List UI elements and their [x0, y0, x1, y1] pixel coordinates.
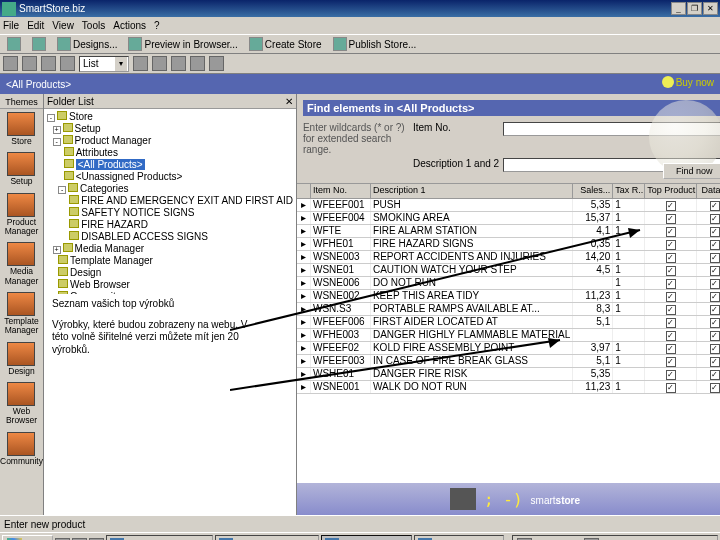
path-bar: <All Products> Buy now	[0, 74, 720, 94]
annotation-overlay: Seznam vašich top výrobků Výrobky, které…	[50, 294, 260, 376]
preview-button[interactable]: Preview in Browser...	[124, 36, 241, 52]
table-row[interactable]: ▸WFHE003DANGER HIGHLY FLAMMABLE MATERIAL…	[297, 329, 720, 342]
task-2[interactable]: Microsoft Power...	[215, 535, 319, 540]
sidebar-item-media-manager[interactable]: Media Manager	[0, 239, 43, 289]
tool-icon-8[interactable]	[190, 56, 205, 71]
menu-view[interactable]: View	[52, 20, 74, 31]
designs-button[interactable]: Designs...	[53, 36, 121, 52]
find-now-button[interactable]: Find now	[663, 163, 720, 179]
smile-text: ; -)	[484, 490, 523, 509]
table-row[interactable]: ▸WSNE003REPORT ACCIDENTS AND INJURIES14,…	[297, 251, 720, 264]
tool-icon-7[interactable]	[171, 56, 186, 71]
menu-file[interactable]: File	[3, 20, 19, 31]
find-label-itemno: Item No.	[413, 122, 503, 155]
sidebar-item-store[interactable]: Store	[0, 109, 43, 149]
toolbar-button-1[interactable]	[3, 36, 25, 52]
view-combo[interactable]: List	[79, 56, 129, 72]
maximize-button[interactable]: ❐	[687, 2, 702, 15]
statusbar: Enter new product	[0, 515, 720, 532]
sidebar-item-template-manager[interactable]: Template Manager	[0, 289, 43, 339]
tool-icon-9[interactable]	[209, 56, 224, 71]
buy-now-link[interactable]: Buy now	[662, 76, 714, 88]
table-row[interactable]: ▸WSNE001WALK DO NOT RUN11,231✓✓	[297, 381, 720, 394]
themes-header: Themes	[0, 96, 43, 109]
sidebar-item-community[interactable]: Community	[0, 429, 43, 469]
tool-icon-6[interactable]	[152, 56, 167, 71]
task-4[interactable]: untitled - Paint	[414, 535, 504, 540]
toolbar-button-2[interactable]	[28, 36, 50, 52]
table-row[interactable]: ▸WSHE01DANGER FIRE RISK5,35✓✓	[297, 368, 720, 381]
sidebar-item-design[interactable]: Design	[0, 339, 43, 379]
themes-bar: Themes Store Setup Product Manager Media…	[0, 94, 44, 515]
table-row[interactable]: ▸WSNE006DO NOT RUN1✓✓	[297, 277, 720, 290]
table-row[interactable]: ▸WFEEF02KOLD FIRE ASSEMBLY POINT3,971✓✓	[297, 342, 720, 355]
task-1[interactable]: Online store erst...	[106, 535, 213, 540]
path-text: <All Products>	[6, 79, 71, 90]
product-icon	[7, 193, 35, 217]
browser-icon	[7, 382, 35, 406]
design-icon	[7, 342, 35, 366]
titlebar: SmartStore.biz _ ❐ ✕	[0, 0, 720, 17]
find-box: Find elements in <All Products> Enter wi…	[297, 94, 720, 184]
table-row[interactable]: ▸WFTEFIRE ALARM STATION4,11✓✓	[297, 225, 720, 238]
product-grid: Item No. Description 1 Sales... Tax R...…	[297, 184, 720, 483]
nav-icon-4[interactable]	[60, 56, 75, 71]
window-title: SmartStore.biz	[19, 3, 85, 14]
task-3[interactable]: SmartStore.biz	[321, 535, 412, 540]
table-row[interactable]: ▸WFEEF004SMOKING AREA15,371✓✓	[297, 212, 720, 225]
find-hint: Enter wildcards (* or ?) for extended se…	[303, 122, 413, 155]
annotation-body: Výrobky, které budou zobrazeny na webu. …	[52, 319, 258, 357]
table-row[interactable]: ▸WFEEF003IN CASE OF FIRE BREAK GLASS5,11…	[297, 355, 720, 368]
brand-text: smartstore	[531, 490, 580, 508]
template-icon	[7, 292, 35, 316]
annotation-title: Seznam vašich top výrobků	[52, 298, 258, 311]
close-button[interactable]: ✕	[703, 2, 718, 15]
sidebar-item-product-manager[interactable]: Product Manager	[0, 190, 43, 240]
table-row[interactable]: ▸WFEEF006FIRST AIDER LOCATED AT5,1✓✓	[297, 316, 720, 329]
start-button[interactable]: Start	[2, 535, 53, 540]
find-label-desc: Description 1 and 2	[413, 158, 503, 172]
tree-sel-all-products: <All Products>	[76, 159, 145, 170]
setup-icon	[7, 152, 35, 176]
table-row[interactable]: ▸WSN.S3PORTABLE RAMPS AVAILABLE AT...8,3…	[297, 303, 720, 316]
folder-tree[interactable]: -Store +Setup -Product Manager Attribute…	[44, 109, 296, 305]
community-icon	[7, 432, 35, 456]
content-panel: Find elements in <All Products> Enter wi…	[297, 94, 720, 515]
toolbar-secondary: List	[0, 54, 720, 74]
menu-tools[interactable]: Tools	[82, 20, 105, 31]
minimize-button[interactable]: _	[671, 2, 686, 15]
menu-actions[interactable]: Actions	[113, 20, 146, 31]
table-row[interactable]: ▸WSNE002KEEP THIS AREA TIDY11,231✓✓	[297, 290, 720, 303]
taskbar: Start Online store erst... Microsoft Pow…	[0, 532, 720, 540]
folder-panel: Folder List ✕ -Store +Setup -Product Man…	[44, 94, 297, 515]
nav-icon-3[interactable]	[41, 56, 56, 71]
menu-edit[interactable]: Edit	[27, 20, 44, 31]
system-tray: Nápověda Western European 14:18	[512, 535, 718, 540]
folder-panel-header: Folder List ✕	[44, 94, 296, 109]
media-icon	[7, 242, 35, 266]
menubar: File Edit View Tools Actions ?	[0, 17, 720, 34]
sidebar-item-web-browser[interactable]: Web Browser	[0, 379, 43, 429]
create-store-button[interactable]: Create Store	[245, 36, 326, 52]
menu-help[interactable]: ?	[154, 20, 160, 31]
table-row[interactable]: ▸WSNE01CAUTION WATCH YOUR STEP4,51✓✓	[297, 264, 720, 277]
tool-icon-5[interactable]	[133, 56, 148, 71]
grid-header: Item No. Description 1 Sales... Tax R...…	[297, 184, 720, 199]
toolbar-main: Designs... Preview in Browser... Create …	[0, 34, 720, 54]
sidebar-item-setup[interactable]: Setup	[0, 149, 43, 189]
table-row[interactable]: ▸WFHE01FIRE HAZARD SIGNS0,351✓✓	[297, 238, 720, 251]
cart-icon	[450, 488, 476, 510]
table-row[interactable]: ▸WFEEF001PUSH5,351✓✓	[297, 199, 720, 212]
status-text: Enter new product	[4, 519, 85, 530]
nav-icon-1[interactable]	[3, 56, 18, 71]
publish-store-button[interactable]: Publish Store...	[329, 36, 421, 52]
folder-panel-close[interactable]: ✕	[285, 96, 293, 107]
store-icon	[7, 112, 35, 136]
nav-icon-2[interactable]	[22, 56, 37, 71]
bottom-banner: ; -) smartstore	[297, 483, 720, 515]
app-icon	[2, 2, 16, 16]
